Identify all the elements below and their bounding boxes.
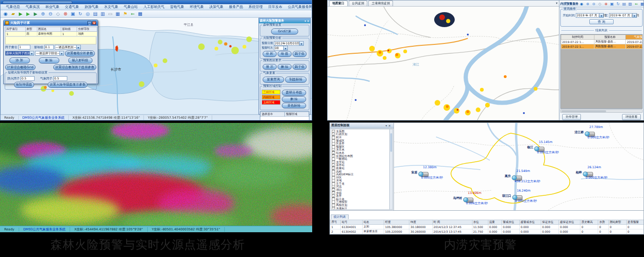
menu-item[interactable]: 气象台站: [121, 5, 141, 9]
column-header[interactable]: 警戒水位: [501, 220, 519, 225]
pin-icon[interactable]: ⚑: [122, 11, 129, 17]
table-row[interactable]: 261304002米家桥水库105.22000030.2600002014/12…: [330, 229, 644, 234]
layer-list[interactable]: 水系图 行政区划 村庄 警戒区: [330, 129, 393, 210]
stop-icon[interactable]: ⊗: [62, 11, 69, 17]
station-table[interactable]: 序号站号站名经度纬度时 间水位流量警戒水位超警戒水位保证水位超保证水位历史最高水…: [330, 220, 644, 235]
grid-calc-button[interactable]: Grid计算: [271, 29, 298, 35]
region-control-button[interactable]: 删 除: [282, 96, 306, 102]
station-map-area[interactable]: 涪江桥 27.789m 0.000立方米/秒 临江 15.145m 0.000立…: [394, 123, 644, 210]
table-row[interactable]: 2019-07-22 1...风险预警-暴雨...2019-07-22 1...…: [561, 40, 643, 44]
layer-checkbox[interactable]: [332, 207, 335, 210]
column-header[interactable]: 时 间: [432, 220, 472, 225]
dialog-title-bar[interactable]: 火险因子计算 ▁ ×: [4, 20, 98, 26]
zoom-in-icon[interactable]: ⊕: [40, 11, 46, 17]
zoom-in-icon[interactable]: ⊕: [585, 1, 590, 7]
field-select[interactable]: —请选择字段值—: [35, 51, 64, 56]
map-tab[interactable]: 地图窗口: [329, 0, 348, 6]
impact-input[interactable]: 0.1: [44, 45, 54, 50]
column-header[interactable]: 超保证水位: [559, 220, 580, 225]
globe-icon[interactable]: ◉: [2, 11, 9, 17]
pin-icon[interactable]: ▾: [305, 19, 306, 22]
table-row[interactable]: 1面森林分布图1地类: [6, 32, 97, 36]
layer-display-button[interactable]: 删 除: [278, 64, 292, 70]
table-row[interactable]: 161304001太和105.38000030.1800002014/12/3 …: [330, 225, 644, 229]
search-icon[interactable]: ◎: [85, 11, 91, 17]
高升[interactable]: 高升 21.549m 456.212立方米/秒: [512, 173, 522, 182]
region-control-button[interactable]: 森林分布图: [282, 90, 306, 96]
results-grid[interactable]: 制作时间预警名称气象预报时间预警图片类型制作人 2019-07-22 1...风…: [560, 34, 643, 109]
analysis-button[interactable]: 分 析: [263, 51, 277, 57]
menu-item[interactable]: 林业气象: [43, 5, 62, 9]
menu-item[interactable]: 旅游气象: [82, 5, 101, 9]
menu-item[interactable]: 交通气象: [62, 5, 82, 9]
fire-factor-dialog[interactable]: 火险因子计算 ▁ × 因子索引类型图层名影响值分析字段 1面森林分布图1地类 因…: [3, 20, 98, 84]
imagery-icon[interactable]: ▥: [100, 11, 106, 17]
detail-view-button[interactable]: 详情查看: [622, 114, 641, 120]
basemap-icon[interactable]: ▤: [92, 11, 99, 17]
fire-factor-input[interactable]: 0.5: [21, 76, 35, 81]
layer-item[interactable]: 水体标注: [332, 207, 393, 210]
close-icon[interactable]: ×: [307, 19, 309, 22]
临江[interactable]: 临江 15.145m 0.000立方米/秒: [534, 144, 544, 153]
layer-display-button[interactable]: 显 示: [263, 64, 277, 70]
export-map-icon[interactable]: ▩: [137, 11, 143, 17]
county-list[interactable]: 选择县市预警区域: [260, 111, 309, 121]
column-header[interactable]: 因子索引: [6, 27, 26, 32]
column-header[interactable]: 超警戒水位: [520, 220, 541, 225]
table-row[interactable]: 361304003富河河口105.16200030.3000002014/12/…: [330, 234, 644, 235]
add-button[interactable]: 添 加: [9, 57, 30, 64]
globe-icon[interactable]: ◉: [579, 1, 584, 7]
column-header[interactable]: 是否预警: [626, 220, 644, 225]
walk-icon[interactable]: ▶: [25, 11, 31, 17]
column-header[interactable]: 水势: [598, 220, 608, 225]
region-control-button[interactable]: 黄色标绘: [282, 103, 306, 109]
refresh-icon[interactable]: ↻: [77, 11, 84, 17]
column-header[interactable]: 经度: [384, 220, 409, 225]
window-icon[interactable]: ▣: [70, 11, 76, 17]
vertical-scrollbar[interactable]: [389, 129, 393, 209]
column-header[interactable]: 水位: [472, 220, 488, 225]
柏梓[interactable]: 柏梓 26.124m 0.000立方米/秒: [583, 170, 593, 178]
table-row[interactable]: 2019-07-22 1...风险预警-暴雨...2019-07-22 1...…: [561, 44, 643, 49]
menu-item[interactable]: 人工影响天气: [141, 5, 167, 9]
weather-element-button[interactable]: 制图标绘: [285, 77, 307, 83]
menu-item[interactable]: 环境气象: [187, 5, 207, 9]
refresh-icon[interactable]: ↻: [615, 1, 621, 7]
column-header[interactable]: 站号: [341, 220, 363, 225]
chevron-down-icon[interactable]: ▾: [556, 1, 558, 5]
column-header[interactable]: 预警名称: [594, 35, 626, 40]
set-overlay-params-button[interactable]: 设置综合叠加因子图层参数: [53, 64, 96, 71]
window-icon[interactable]: ▣: [609, 1, 615, 7]
satellite-classification-image[interactable]: [0, 123, 312, 226]
column-header[interactable]: 流量: [488, 220, 501, 225]
menu-item[interactable]: 日常发布: [265, 5, 285, 9]
安居[interactable]: 安居 12.380m 0.000立方米/秒: [418, 170, 429, 178]
warn-time-select[interactable]: 08: [274, 46, 288, 50]
layer-display-button[interactable]: 因子值: [293, 64, 307, 70]
close-icon[interactable]: ×: [92, 21, 96, 25]
column-header[interactable]: 气象预报时间: [626, 35, 643, 40]
column-header[interactable]: 制作时间: [561, 35, 594, 40]
fly-icon[interactable]: ▶: [17, 11, 24, 17]
column-header[interactable]: 历史最高: [580, 220, 598, 225]
menu-item[interactable]: 气象实况: [23, 5, 43, 9]
imagery-icon[interactable]: ▥: [628, 1, 633, 7]
list-column-header[interactable]: 选择县市: [260, 112, 285, 117]
琼江口[interactable]: 琼江口 16.240m 0.000立方米/秒: [512, 193, 522, 202]
factor-index-input[interactable]: 1: [18, 45, 30, 50]
query-button[interactable]: 查 询: [589, 19, 614, 24]
column-header[interactable]: 序号: [330, 220, 341, 225]
set-level-display-button[interactable]: 设置火险等级图显示参数: [48, 82, 87, 88]
column-header[interactable]: 图层名: [37, 27, 61, 32]
date-from-picker[interactable]: 2019 年 07 月 22 日: [576, 13, 604, 18]
menu-item[interactable]: 公共气象服务网: [285, 5, 312, 9]
list-column-header[interactable]: 预警区域: [285, 112, 309, 117]
set-grid-params-button[interactable]: 设置栅格分析参数: [65, 50, 95, 57]
stop-icon[interactable]: ⊗: [603, 1, 608, 7]
table-tab[interactable]: 统计列表: [331, 214, 349, 219]
met-factor-input[interactable]: 0.5: [53, 76, 67, 81]
input-impact-button[interactable]: 输入影响值: [68, 57, 93, 64]
file-manage-button[interactable]: 文件管理: [562, 114, 581, 120]
pan-icon[interactable]: ◇: [55, 11, 61, 17]
menu-item[interactable]: 决策气象: [207, 5, 226, 9]
